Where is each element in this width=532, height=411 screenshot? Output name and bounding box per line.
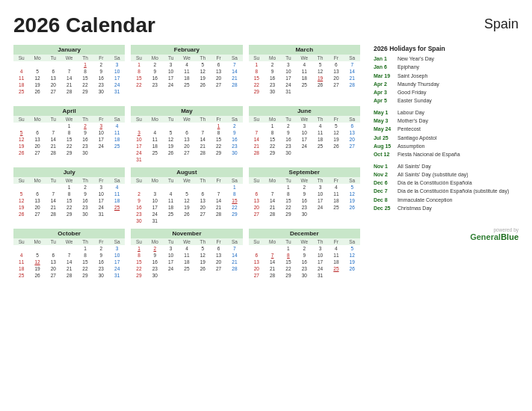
month-august: AugustSuMoTuWeThFrSa12345678910111213141…	[131, 167, 242, 224]
day-cell: 29	[131, 272, 146, 279]
day-cell: 15	[61, 136, 77, 143]
month-november: NovemberSuMoTuWeThFrSa123456789101112131…	[131, 229, 242, 285]
day-cell: 21	[46, 143, 61, 149]
day-cell: 21	[46, 204, 61, 211]
day-cell: 19	[163, 143, 179, 149]
day-cell: 29	[61, 211, 77, 217]
day-cell: 20	[249, 265, 265, 272]
day-cell: 31	[312, 272, 328, 279]
day-cell: 19	[312, 75, 328, 81]
holiday-date: May 24	[374, 126, 395, 133]
day-cell: 14	[211, 197, 226, 204]
month-february: FebruarySuMoTuWeThFrSa123456789101112131…	[131, 45, 242, 102]
day-cell: 26	[195, 81, 211, 88]
day-cell: 16	[77, 197, 93, 204]
day-cell: 27	[179, 149, 194, 156]
holiday-name: Fiesta Nacional de España	[398, 151, 460, 158]
day-cell: 1	[280, 184, 296, 191]
day-cell: 5	[163, 129, 179, 136]
month-july: JulySuMoTuWeThFrSa1234567891011121314151…	[13, 167, 125, 224]
day-cell: 22	[77, 81, 93, 88]
holiday-date: Apr 2	[374, 81, 395, 88]
day-cell: 11	[179, 252, 194, 259]
day-cell: 4	[179, 61, 194, 68]
day-cell: 4	[179, 245, 194, 252]
day-cell: 9	[297, 252, 312, 259]
day-cell: 17	[109, 259, 125, 265]
day-cell: 20	[29, 143, 45, 149]
day-cell: 9	[265, 68, 280, 75]
day-cell: 26	[344, 265, 360, 272]
day-cell: 22	[61, 204, 77, 211]
day-cell: 2	[265, 61, 280, 68]
day-cell: 10	[163, 252, 179, 259]
day-cell: 3	[297, 123, 312, 129]
day-cell: 7	[61, 252, 77, 259]
holiday-name: All Saints' Day (substitute day)	[398, 171, 468, 179]
day-cell: 24	[163, 81, 179, 88]
day-cell: 24	[109, 265, 125, 272]
day-cell: 26	[13, 211, 29, 217]
day-cell: 1	[226, 184, 242, 191]
holiday-date: Jul 25	[374, 135, 395, 142]
day-cell: 10	[280, 68, 296, 75]
day-cell: 8	[280, 252, 296, 259]
day-cell: 18	[312, 136, 328, 143]
day-cell: 28	[61, 88, 77, 95]
day-cell: 18	[109, 197, 125, 204]
day-cell: 8	[77, 252, 93, 259]
day-cell: 8	[61, 191, 77, 197]
day-cell: 28	[249, 149, 265, 156]
holiday-date: May 3	[374, 117, 395, 125]
day-cell: 19	[179, 204, 194, 211]
day-cell: 3	[280, 61, 296, 68]
day-cell: 18	[13, 81, 29, 88]
day-cell: 6	[46, 68, 61, 75]
day-cell: 24	[163, 265, 179, 272]
day-cell: 23	[297, 265, 312, 272]
holiday-date: Oct 12	[374, 151, 395, 158]
day-cell: 14	[344, 68, 360, 75]
day-cell: 8	[131, 252, 146, 259]
day-cell: 26	[328, 143, 344, 149]
day-cell: 6	[195, 191, 211, 197]
day-cell: 3	[163, 245, 179, 252]
day-cell: 17	[109, 75, 125, 81]
day-cell: 19	[13, 204, 29, 211]
day-cell: 8	[77, 68, 93, 75]
holiday-name: Maundy Thursday	[398, 81, 439, 88]
country-title: Spain	[484, 16, 519, 32]
day-cell: 7	[226, 245, 242, 252]
day-cell: 13	[29, 136, 45, 143]
day-cell: 4	[147, 129, 163, 136]
holiday-date: Apr 3	[374, 89, 395, 96]
day-cell: 6	[29, 191, 45, 197]
day-cell: 17	[93, 197, 109, 204]
day-cell: 12	[163, 136, 179, 143]
day-cell: 28	[46, 211, 61, 217]
day-cell: 17	[163, 259, 179, 265]
day-cell: 3	[131, 129, 146, 136]
month-april: AprilSuMoTuWeThFrSa123456789101112131415…	[13, 106, 125, 163]
day-cell: 15	[280, 197, 296, 204]
day-cell: 10	[93, 191, 109, 197]
holiday-name: Labour Day	[398, 109, 424, 117]
day-cell: 15	[61, 197, 77, 204]
day-cell: 19	[328, 136, 344, 143]
day-cell: 5	[195, 61, 211, 68]
day-cell: 8	[280, 191, 296, 197]
day-cell: 1	[77, 61, 93, 68]
day-cell: 16	[147, 75, 163, 81]
day-cell: 30	[93, 272, 109, 279]
day-cell: 3	[109, 61, 125, 68]
day-cell: 14	[249, 136, 265, 143]
day-cell: 1	[61, 123, 77, 129]
day-cell: 9	[93, 68, 109, 75]
day-cell: 18	[13, 265, 29, 272]
holiday-date: Dec 6	[374, 179, 395, 187]
day-cell: 26	[344, 204, 360, 211]
day-cell: 6	[249, 252, 265, 259]
holiday-name: Santiago Apóstol	[398, 135, 437, 142]
day-cell: 26	[179, 211, 194, 217]
day-cell: 29	[226, 211, 242, 217]
